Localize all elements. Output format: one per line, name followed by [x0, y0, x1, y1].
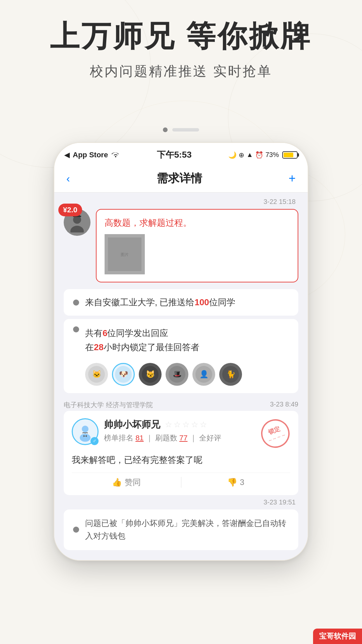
svg-text:🐈: 🐈 — [226, 370, 236, 379]
resolution-text: 问题已被「帅帅小坏师兄」完美解决，答谢酬金已自动转入对方钱包 — [85, 517, 289, 543]
stars: ☆ ☆ ☆ ☆ ☆ — [165, 420, 207, 429]
message-bubble: 高数题，求解题过程。 图片 — [96, 209, 298, 282]
back-button[interactable]: ‹ — [66, 172, 70, 185]
resolution-row: 问题已被「帅帅小坏师兄」完美解决，答谢酬金已自动转入对方钱包 — [64, 509, 298, 550]
info-card-university: 来自安徽工业大学, 已推送给100位同学 — [64, 289, 298, 316]
svg-text:🐶: 🐶 — [119, 370, 128, 379]
answerer-stats: 榜单排名 81 ｜ 刷题数 77 ｜ 全好评 — [104, 433, 255, 443]
message-timestamp: 3-22 15:18 — [64, 198, 298, 206]
content-area: 3-22 15:18 ¥2.0 — [54, 193, 308, 560]
nav-bar: ‹ 需求详情 + — [54, 164, 308, 193]
gender-badge: ♂ — [90, 437, 99, 445]
dot-bar — [172, 128, 199, 131]
svg-text:👤: 👤 — [199, 370, 209, 379]
battery-icon — [282, 151, 298, 159]
message-section: 3-22 15:18 ¥2.0 — [54, 193, 308, 286]
answer-section: ♂ 帅帅小坏师兄 ☆ ☆ ☆ ☆ ☆ — [64, 411, 298, 495]
response-text: 共有6位同学发出回应 在28小时内锁定了最佳回答者 — [85, 326, 199, 354]
star-2: ☆ — [174, 420, 181, 429]
phone-mockup: ◀ App Store 下午5:53 🌙 ⊕ ▲ ⏰ 73% — [54, 127, 308, 561]
battery-percent: 73% — [265, 151, 279, 159]
thumbs-down-icon: 👎 — [227, 478, 237, 487]
moon-icon: 🌙 — [228, 151, 237, 159]
mini-avatar-1: 🐱 — [85, 363, 108, 386]
action-row: 👍 赞同 👎 3 — [72, 473, 290, 488]
school-info: 电子科技大学 经济与管理学院 — [64, 400, 153, 410]
svg-text:😼: 😼 — [146, 370, 155, 379]
answerer-info: 帅帅小坏师兄 ☆ ☆ ☆ ☆ ☆ 榜单排名 81 ｜ 刷题数 — [104, 418, 255, 443]
lock-stamp: 锁定 ～～～～ — [257, 415, 294, 452]
alarm-icon: ⏰ — [255, 151, 263, 159]
dislike-count: 3 — [240, 478, 244, 487]
wifi-icon — [111, 151, 120, 159]
answerer-avatar-wrap: ♂ — [72, 418, 99, 445]
response-line2: 在28小时内锁定了最佳回答者 — [85, 340, 199, 355]
add-button[interactable]: + — [289, 171, 296, 185]
like-label: 赞同 — [125, 477, 141, 488]
lock-stamp-wrap: 锁定 ～～～～ — [260, 418, 290, 448]
info-text-university: 来自安徽工业大学, 已推送给100位同学 — [85, 297, 235, 308]
mini-avatar-5: 👤 — [192, 363, 215, 386]
avatars-row: 🐱 🐶 😼 🎩 — [85, 363, 242, 386]
resolution-section: 3-23 19:51 问题已被「帅帅小坏师兄」完美解决，答谢酬金已自动转入对方钱… — [54, 495, 308, 550]
svg-text:🎩: 🎩 — [173, 370, 182, 379]
answerer-name-row: 帅帅小坏师兄 ☆ ☆ ☆ ☆ ☆ — [104, 418, 255, 431]
mini-avatar-4: 🎩 — [166, 363, 188, 386]
location-icon: ▲ — [246, 151, 253, 159]
bubble-image: 图片 — [105, 234, 145, 274]
star-4: ☆ — [191, 420, 198, 429]
resolution-timestamp: 3-23 19:51 — [54, 498, 308, 506]
school-timestamp-value: 3-23 8:49 — [270, 400, 298, 410]
sender-avatar-wrap: ¥2.0 — [64, 209, 90, 236]
svg-text:图片: 图片 — [121, 252, 129, 257]
svg-text:🐱: 🐱 — [92, 370, 102, 379]
dot-active — [163, 127, 168, 132]
answerer-name: 帅帅小坏师兄 — [104, 418, 160, 431]
thumbs-up-icon: 👍 — [112, 478, 122, 487]
school-timestamp: 电子科技大学 经济与管理学院 3-23 8:49 — [54, 396, 308, 411]
like-button[interactable]: 👍 赞同 — [72, 477, 181, 488]
status-time: 下午5:53 — [157, 149, 192, 161]
star-1: ☆ — [165, 420, 172, 429]
dot-indicator-2 — [73, 326, 79, 332]
star-5: ☆ — [200, 420, 207, 429]
message-row: ¥2.0 — [64, 209, 298, 282]
mini-avatar-2: 🐶 — [112, 363, 135, 386]
answerer-row: ♂ 帅帅小坏师兄 ☆ ☆ ☆ ☆ ☆ — [72, 418, 290, 448]
response-line1: 共有6位同学发出回应 — [85, 326, 199, 340]
price-badge: ¥2.0 — [58, 204, 82, 216]
lock-circle-icon: ⊕ — [239, 151, 244, 159]
status-left: ◀ App Store — [64, 151, 120, 159]
status-right: 🌙 ⊕ ▲ ⏰ 73% — [228, 151, 298, 159]
header-section: 上万师兄 等你掀牌 校内问题精准推送 实时抢单 — [0, 20, 362, 80]
dot-indicator — [73, 300, 79, 306]
chevron-left-icon: ◀ — [64, 151, 69, 159]
dislike-button[interactable]: 👎 3 — [181, 478, 291, 487]
sub-title: 校内问题精准推送 实时抢单 — [0, 62, 362, 80]
bubble-text: 高数题，求解题过程。 — [105, 217, 290, 229]
main-title: 上万师兄 等你掀牌 — [0, 20, 362, 53]
status-bar: ◀ App Store 下午5:53 🌙 ⊕ ▲ ⏰ 73% — [54, 143, 308, 164]
answer-text: 我来解答吧，已经有完整答案了呢 — [72, 453, 290, 467]
phone-screen: ◀ App Store 下午5:53 🌙 ⊕ ▲ ⏰ 73% — [54, 143, 308, 560]
phone-outer: ◀ App Store 下午5:53 🌙 ⊕ ▲ ⏰ 73% — [54, 142, 308, 561]
app-store-label: App Store — [73, 151, 108, 159]
dot-indicator-3 — [73, 527, 79, 533]
nav-title: 需求详情 — [157, 171, 202, 186]
svg-point-21 — [82, 426, 88, 432]
star-3: ☆ — [182, 420, 190, 429]
mini-avatar-6: 🐈 — [219, 363, 242, 386]
watermark: 宝哥软件园 — [313, 629, 362, 644]
mini-avatar-3: 😼 — [139, 363, 162, 386]
response-card: 共有6位同学发出回应 在28小时内锁定了最佳回答者 🐱 — [64, 319, 298, 393]
svg-point-22 — [80, 434, 90, 442]
pagination — [54, 127, 308, 132]
response-header: 共有6位同学发出回应 在28小时内锁定了最佳回答者 — [73, 326, 289, 354]
